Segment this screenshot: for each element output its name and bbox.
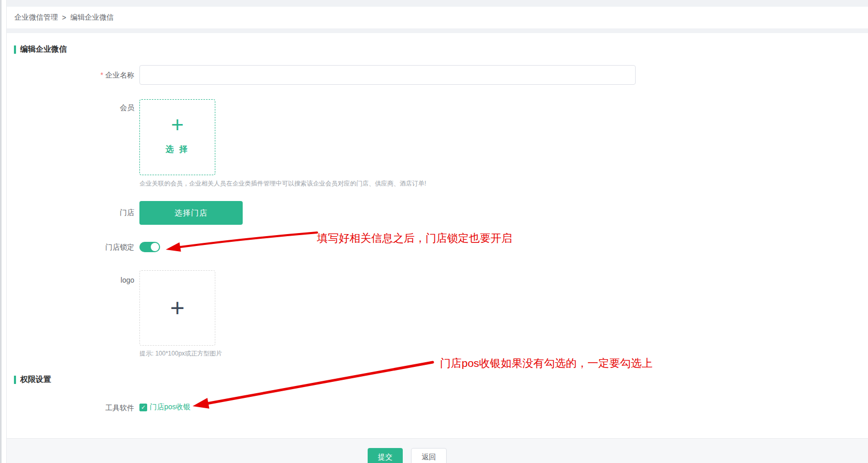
section-title-edit: 编辑企业微信 bbox=[20, 44, 67, 54]
back-button[interactable]: 返回 bbox=[411, 448, 447, 463]
company-name-input[interactable] bbox=[139, 65, 636, 85]
breadcrumb-separator-icon: > bbox=[62, 13, 66, 22]
section-accent-bar bbox=[14, 45, 16, 54]
annotation-pos-note: 门店pos收银如果没有勾选的，一定要勾选上 bbox=[440, 356, 653, 371]
section-title-permissions: 权限设置 bbox=[20, 375, 51, 384]
member-select-uploader[interactable]: + 选 择 bbox=[139, 99, 215, 175]
pos-checkbox-row[interactable]: ✓ 门店pos收银 bbox=[139, 403, 191, 412]
checkbox-checked-icon[interactable]: ✓ bbox=[139, 404, 147, 411]
pos-checkbox-label[interactable]: 门店pos收银 bbox=[150, 403, 191, 412]
logo-hint-text: 提示: 100*100px或正方型图片 bbox=[139, 349, 222, 358]
sidebar-edge bbox=[2, 0, 7, 463]
store-lock-toggle[interactable] bbox=[139, 242, 160, 252]
annotation-lock-note: 填写好相关信息之后，门店锁定也要开启 bbox=[317, 231, 512, 245]
plus-icon: + bbox=[170, 296, 184, 320]
required-mark: * bbox=[101, 71, 103, 79]
member-helper-text: 企业关联的会员，企业相关人员在企业类插件管理中可以搜索该企业会员对应的门店、供应… bbox=[139, 179, 426, 188]
breadcrumb-current: 编辑企业微信 bbox=[70, 13, 114, 22]
member-label: 会员 bbox=[31, 103, 134, 113]
toggle-knob bbox=[151, 243, 159, 251]
logo-label: logo bbox=[31, 276, 134, 284]
breadcrumb: 企业微信管理 > 编辑企业微信 bbox=[7, 7, 868, 28]
store-label: 门店 bbox=[31, 208, 134, 218]
logo-uploader[interactable]: + bbox=[139, 270, 215, 346]
page: 企业微信管理 > 编辑企业微信 编辑企业微信 *企业名称 会员 + 选 择 企业… bbox=[0, 0, 868, 463]
store-lock-label: 门店锁定 bbox=[31, 243, 134, 252]
company-name-label: *企业名称 bbox=[31, 71, 134, 80]
tools-label: 工具软件 bbox=[31, 404, 134, 413]
select-store-button[interactable]: 选择门店 bbox=[139, 201, 243, 225]
plus-icon: + bbox=[171, 114, 184, 136]
breadcrumb-parent[interactable]: 企业微信管理 bbox=[14, 13, 58, 22]
member-choose-label: 选 择 bbox=[166, 144, 189, 155]
section-accent-bar bbox=[14, 376, 16, 384]
check-icon: ✓ bbox=[141, 405, 146, 410]
submit-button[interactable]: 提交 bbox=[368, 448, 403, 463]
